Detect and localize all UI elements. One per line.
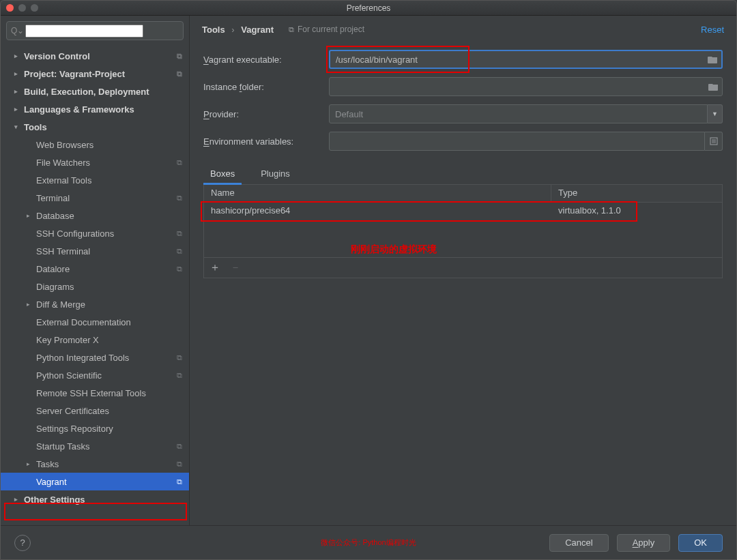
sidebar-item-label: Startup Tasks <box>36 441 90 452</box>
instance-folder-input[interactable] <box>329 77 723 96</box>
sidebar-item-database[interactable]: ▸Database <box>1 207 189 224</box>
provider-field[interactable] <box>330 105 707 123</box>
copy-icon: ⧉ <box>177 247 182 256</box>
tab-boxes[interactable]: Boxes <box>203 168 242 184</box>
sidebar-item-diagrams[interactable]: Diagrams <box>1 278 189 295</box>
add-icon[interactable]: ＋ <box>209 261 220 275</box>
window-titlebar: Preferences <box>1 1 736 16</box>
instance-folder-field[interactable] <box>330 78 704 95</box>
table-row[interactable]: hashicorp/precise64 virtualbox, 1.1.0 <box>204 203 722 220</box>
vagrant-executable-label: Vagrant executable: <box>203 55 329 65</box>
search-field[interactable] <box>25 25 143 38</box>
sidebar-item-web-browsers[interactable]: Web Browsers <box>1 136 189 153</box>
expand-icon[interactable] <box>705 132 723 151</box>
settings-tree[interactable]: ▸Version Control⧉▸Project: Vagrant-Proje… <box>1 46 189 525</box>
project-scope-indicator: ⧉ For current project <box>289 25 364 34</box>
copy-icon: ⧉ <box>177 158 182 167</box>
provider-select[interactable]: ▼ <box>329 104 723 123</box>
sidebar-item-python-scientific[interactable]: Python Scientific⧉ <box>1 366 189 384</box>
sidebar-item-version-control[interactable]: ▸Version Control⧉ <box>1 47 189 65</box>
chevron-right-icon: ▸ <box>24 212 32 219</box>
breadcrumb-current: Vagrant <box>241 25 274 35</box>
chevron-right-icon: ▸ <box>12 70 20 77</box>
breadcrumb: Tools › Vagrant <box>202 25 274 35</box>
vagrant-executable-input[interactable] <box>329 50 723 69</box>
sidebar-item-datalore[interactable]: Datalore⧉ <box>1 260 189 278</box>
apply-button[interactable]: Apply <box>617 534 671 552</box>
column-name[interactable]: Name <box>204 185 551 202</box>
breadcrumb-parent[interactable]: Tools <box>202 25 225 35</box>
window-title: Preferences <box>347 3 391 13</box>
copy-icon: ⧉ <box>177 52 182 61</box>
sidebar-item-label: Version Control <box>24 51 90 61</box>
sidebar-item-tasks[interactable]: ▸Tasks⧉ <box>1 455 189 473</box>
copy-icon: ⧉ <box>177 371 182 380</box>
copy-icon: ⧉ <box>177 229 182 238</box>
folder-icon[interactable] <box>704 83 722 91</box>
minimize-icon[interactable] <box>18 4 26 12</box>
sidebar-item-file-watchers[interactable]: File Watchers⧉ <box>1 153 189 171</box>
sidebar-item-ssh-terminal[interactable]: SSH Terminal⧉ <box>1 242 189 260</box>
sidebar-item-label: SSH Terminal <box>36 246 90 256</box>
search-input[interactable]: Q⌄ <box>6 21 184 40</box>
sidebar-item-server-certificates[interactable]: Server Certificates <box>1 402 189 419</box>
sidebar-item-settings-repository[interactable]: Settings Repository <box>1 419 189 437</box>
chevron-right-icon: ▸ <box>24 301 32 308</box>
sidebar-item-label: Server Certificates <box>36 406 109 416</box>
watermark: 微信公众号: Python编程时光 <box>321 537 416 548</box>
sidebar-item-label: File Watchers <box>36 158 90 168</box>
sidebar-item-key-promoter-x[interactable]: Key Promoter X <box>1 331 189 349</box>
copy-icon: ⧉ <box>289 25 294 34</box>
chevron-down-icon[interactable]: ▼ <box>708 104 723 123</box>
sidebar-item-label: Settings Repository <box>36 424 113 434</box>
sidebar-item-ssh-configurations[interactable]: SSH Configurations⧉ <box>1 224 189 242</box>
vagrant-executable-field[interactable] <box>330 51 704 68</box>
copy-icon: ⧉ <box>177 442 182 451</box>
column-type[interactable]: Type <box>551 185 722 202</box>
sidebar: Q⌄ ▸Version Control⧉▸Project: Vagrant-Pr… <box>1 16 190 525</box>
sidebar-item-vagrant[interactable]: Vagrant⧉ <box>1 473 189 490</box>
boxes-plugins-tabs: Boxes Plugins <box>203 164 723 185</box>
sidebar-item-diff-merge[interactable]: ▸Diff & Merge <box>1 295 189 313</box>
box-type-cell: virtualbox, 1.1.0 <box>551 203 628 220</box>
folder-icon[interactable] <box>704 55 721 63</box>
maximize-icon[interactable] <box>31 4 38 12</box>
sidebar-item-label: Project: Vagrant-Project <box>24 69 125 79</box>
boxes-table: Name Type hashicorp/precise64 virtualbox… <box>203 185 723 278</box>
sidebar-item-languages-frameworks[interactable]: ▸Languages & Frameworks <box>1 100 189 118</box>
close-icon[interactable] <box>6 4 14 12</box>
sidebar-item-label: Diagrams <box>36 282 74 292</box>
chevron-right-icon: › <box>231 25 234 35</box>
sidebar-item-tools[interactable]: ▾Tools <box>1 118 189 136</box>
box-name-cell: hashicorp/precise64 <box>204 203 551 220</box>
copy-icon: ⧉ <box>177 460 182 469</box>
copy-icon: ⧉ <box>177 70 182 78</box>
sidebar-item-label: SSH Configurations <box>36 229 114 239</box>
sidebar-item-terminal[interactable]: Terminal⧉ <box>1 189 189 207</box>
sidebar-item-label: Terminal <box>36 193 70 203</box>
sidebar-item-label: Python Integrated Tools <box>36 353 129 363</box>
copy-icon: ⧉ <box>177 477 182 486</box>
help-button[interactable]: ? <box>14 535 31 551</box>
sidebar-item-label: Diff & Merge <box>36 299 85 310</box>
sidebar-item-project-vagrant-project[interactable]: ▸Project: Vagrant-Project⧉ <box>1 65 189 83</box>
sidebar-item-python-integrated-tools[interactable]: Python Integrated Tools⧉ <box>1 349 189 366</box>
sidebar-item-remote-ssh-external-tools[interactable]: Remote SSH External Tools <box>1 384 189 402</box>
cancel-button[interactable]: Cancel <box>549 534 608 552</box>
sidebar-item-startup-tasks[interactable]: Startup Tasks⧉ <box>1 437 189 455</box>
sidebar-item-other-settings[interactable]: ▸Other Settings <box>1 490 189 508</box>
reset-link[interactable]: Reset <box>701 25 724 35</box>
sidebar-item-build-execution-deployment[interactable]: ▸Build, Execution, Deployment <box>1 83 189 100</box>
main-panel: Tools › Vagrant ⧉ For current project Re… <box>190 16 736 525</box>
ok-button[interactable]: OK <box>678 534 723 552</box>
sidebar-item-external-documentation[interactable]: External Documentation <box>1 313 189 331</box>
instance-folder-label: Instance folder: <box>203 82 329 92</box>
sidebar-item-external-tools[interactable]: External Tools <box>1 171 189 189</box>
chevron-right-icon: ▸ <box>12 88 20 95</box>
chevron-right-icon: ▸ <box>24 460 32 467</box>
tab-plugins[interactable]: Plugins <box>254 168 297 184</box>
sidebar-item-label: Tools <box>24 122 47 132</box>
env-vars-field[interactable] <box>330 132 704 150</box>
env-vars-input[interactable] <box>329 132 705 151</box>
dialog-footer: ? 微信公众号: Python编程时光 Cancel Apply OK <box>1 525 736 559</box>
